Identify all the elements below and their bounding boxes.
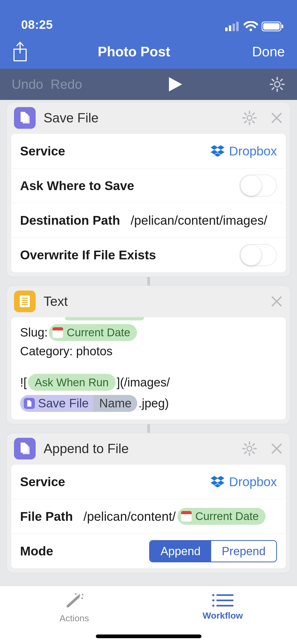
action-body: Service Dropbox Ask Where to Save xyxy=(11,134,286,273)
svg-point-10 xyxy=(247,116,252,120)
row-label: Mode xyxy=(20,544,53,558)
action-settings-icon[interactable] xyxy=(242,110,257,126)
close-icon[interactable] xyxy=(270,442,283,455)
svg-point-4 xyxy=(249,29,252,31)
dropbox-icon xyxy=(210,144,225,158)
action-save-file[interactable]: Save File Service xyxy=(6,102,291,277)
share-button[interactable] xyxy=(12,41,28,62)
action-header: Save File xyxy=(7,102,290,134)
row-mode: Mode Append Prepend xyxy=(11,534,286,568)
calendar-icon xyxy=(53,327,63,338)
action-text[interactable]: Text Slug: Current Date Category: photos xyxy=(6,286,291,424)
file-path-prefix: /pelican/content/ xyxy=(83,509,176,524)
play-icon[interactable] xyxy=(168,76,183,93)
action-body: Service Dropbox File Path / xyxy=(11,464,286,569)
svg-line-17 xyxy=(68,597,78,606)
token-peek xyxy=(65,317,144,320)
svg-point-26 xyxy=(212,605,214,607)
undo-button[interactable]: Undo xyxy=(12,77,43,92)
row-file-path[interactable]: File Path /pelican/content/ Current Date xyxy=(11,499,286,534)
variable-current-date[interactable]: Current Date xyxy=(177,508,266,525)
svg-point-24 xyxy=(212,599,214,601)
mode-segmented[interactable]: Append Prepend xyxy=(149,540,277,562)
row-label: File Path xyxy=(20,509,73,524)
svg-rect-11 xyxy=(20,296,30,307)
variable-ask-when-run[interactable]: Ask When Run xyxy=(28,374,116,391)
close-icon[interactable] xyxy=(270,295,283,308)
svg-point-22 xyxy=(212,594,214,596)
wand-icon xyxy=(63,592,85,611)
variable-label: Ask When Run xyxy=(35,374,109,391)
action-append-to-file[interactable]: Append to File Service xyxy=(6,433,291,573)
page-title: Photo Post xyxy=(28,44,240,59)
file-icon xyxy=(24,398,35,409)
svg-rect-2 xyxy=(233,24,235,31)
svg-point-20 xyxy=(75,593,77,595)
status-time: 08:25 xyxy=(21,17,53,32)
append-file-action-icon xyxy=(14,438,36,459)
wifi-icon xyxy=(244,21,258,32)
svg-point-16 xyxy=(247,446,252,451)
svg-point-21 xyxy=(82,594,83,595)
svg-point-18 xyxy=(79,594,80,596)
action-header: Text xyxy=(7,286,290,317)
bottom-tab-bar: Actions Workflow xyxy=(0,586,297,644)
destination-path-value: /pelican/content/images/ xyxy=(131,213,267,228)
variable-current-date[interactable]: Current Date xyxy=(49,324,137,341)
mode-append[interactable]: Append xyxy=(150,541,211,562)
text-content[interactable]: Slug: Current Date Category: photos ![ A… xyxy=(11,317,286,420)
ask-where-toggle[interactable] xyxy=(239,174,277,197)
share-icon xyxy=(12,41,28,62)
home-indicator[interactable] xyxy=(96,634,201,638)
cellular-icon xyxy=(225,22,240,31)
row-label: Destination Path xyxy=(20,213,120,228)
text-slug-label: Slug: xyxy=(20,323,48,342)
redo-button[interactable]: Redo xyxy=(51,77,82,92)
done-button[interactable]: Done xyxy=(240,44,285,59)
variable-save-file-name[interactable]: Save File Name xyxy=(20,395,137,412)
variable-property: Name xyxy=(93,395,138,412)
row-service[interactable]: Service Dropbox xyxy=(11,464,286,499)
text-jpeg: .jpeg) xyxy=(138,394,169,413)
row-label: Service xyxy=(20,144,65,158)
action-settings-icon[interactable] xyxy=(242,441,257,456)
row-ask-where: Ask Where to Save xyxy=(11,168,286,203)
text-bang: ![ xyxy=(20,373,27,392)
close-icon[interactable] xyxy=(270,112,283,124)
action-title: Save File xyxy=(44,110,242,126)
workflow-canvas[interactable]: Save File Service xyxy=(0,100,297,644)
row-overwrite: Overwrite If File Exists xyxy=(11,238,286,272)
action-header: Append to File xyxy=(7,433,290,464)
row-destination-path[interactable]: Destination Path /pelican/content/images… xyxy=(11,203,286,238)
action-title: Text xyxy=(44,294,270,309)
variable-source: Save File xyxy=(38,394,89,413)
calendar-icon xyxy=(181,511,192,522)
row-label: Ask Where to Save xyxy=(20,178,134,193)
svg-point-9 xyxy=(275,82,280,87)
service-value: Dropbox xyxy=(229,475,277,489)
status-icons xyxy=(225,21,284,32)
connector xyxy=(6,424,291,433)
svg-rect-1 xyxy=(229,25,231,31)
svg-rect-7 xyxy=(282,25,283,28)
row-label: Service xyxy=(20,475,65,489)
svg-rect-6 xyxy=(263,23,280,30)
svg-rect-0 xyxy=(225,27,228,31)
overwrite-toggle[interactable] xyxy=(239,244,277,266)
mode-prepend[interactable]: Prepend xyxy=(211,541,276,562)
editor-toolbar: Undo Redo xyxy=(0,69,297,100)
dropbox-icon xyxy=(210,474,225,489)
text-action-icon xyxy=(14,291,36,312)
action-title: Append to File xyxy=(44,441,242,456)
row-label: Overwrite If File Exists xyxy=(20,248,156,262)
connector xyxy=(6,277,291,286)
row-service[interactable]: Service Dropbox xyxy=(11,134,286,168)
text-category: Category: photos xyxy=(20,342,112,361)
list-icon xyxy=(211,592,234,608)
tab-label: Actions xyxy=(60,613,89,623)
svg-point-19 xyxy=(81,597,83,599)
tab-label: Workflow xyxy=(203,610,243,621)
settings-gear-icon[interactable] xyxy=(269,76,285,93)
svg-rect-3 xyxy=(236,22,239,31)
status-bar: 08:25 xyxy=(0,0,297,37)
